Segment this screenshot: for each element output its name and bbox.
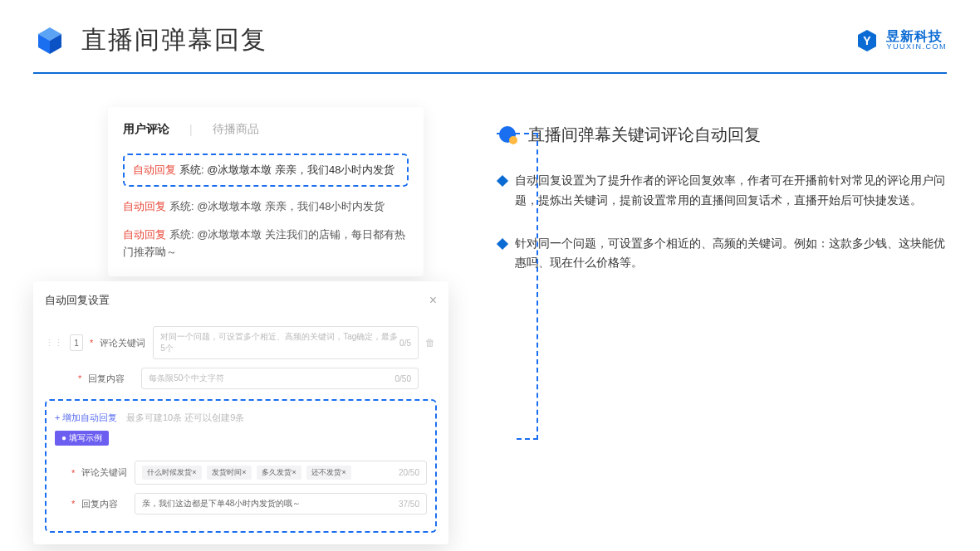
char-count: 20/50	[399, 468, 419, 477]
required-star: *	[71, 468, 75, 478]
required-star: *	[90, 338, 93, 348]
keyword-tag[interactable]: 多久发货×	[257, 466, 301, 480]
connector-line	[537, 133, 538, 440]
trash-icon[interactable]: 🗑	[425, 337, 437, 349]
comments-panel: 用户评论 | 待播商品 自动回复系统: @冰墩墩本墩 亲亲，我们48小时内发货 …	[108, 107, 424, 276]
screenshot-column: 用户评论 | 待播商品 自动回复系统: @冰墩墩本墩 亲亲，我们48小时内发货 …	[33, 107, 448, 505]
auto-reply-label: 自动回复	[133, 163, 176, 176]
placeholder-text: 每条限50个中文字符	[149, 373, 224, 384]
content-label: 回复内容	[88, 373, 135, 385]
highlighted-comment: 自动回复系统: @冰墩墩本墩 亲亲，我们48小时内发货	[123, 154, 409, 187]
keyword-tag[interactable]: 发货时间×	[207, 466, 251, 480]
brand-name-cn: 昱新科技	[886, 30, 947, 43]
input-value: 亲，我们这边都是下单48小时内发货的哦～	[142, 498, 301, 510]
keyword-tag[interactable]: 还不发货×	[306, 466, 350, 480]
drag-handle-icon[interactable]: ⋮⋮	[45, 338, 63, 349]
diamond-bullet-icon	[497, 175, 508, 187]
brand-icon: Y	[855, 28, 880, 53]
row-number: 1	[70, 334, 83, 351]
comment-row: 自动回复系统: @冰墩墩本墩 亲亲，我们48小时内发货	[123, 198, 409, 216]
char-count: 37/50	[399, 500, 419, 509]
bullet-point: 针对同一个问题，可设置多个相近的、高频的关键词。例如：这款多少钱、这块能优惠吗、…	[498, 234, 947, 274]
brand-logo: Y 昱新科技 YUUXIN.COM	[855, 28, 947, 53]
section-title: 直播间弹幕关键词评论自动回复	[528, 124, 761, 146]
description-column: 直播间弹幕关键词评论自动回复 自动回复设置为了提升作者的评论回复效率，作者可在开…	[498, 107, 947, 505]
page-header: 直播间弹幕回复 Y 昱新科技 YUUXIN.COM	[0, 0, 980, 57]
char-count: 0/50	[395, 374, 411, 383]
content-input[interactable]: 每条限50个中文字符 0/50	[141, 368, 419, 389]
modal-title: 自动回复设置	[45, 293, 110, 308]
diamond-bullet-icon	[497, 238, 508, 250]
tab-user-comments[interactable]: 用户评论	[123, 122, 169, 137]
comment-text: 系统: @冰墩墩本墩 亲亲，我们48小时内发货	[179, 163, 395, 176]
auto-reply-label: 自动回复	[123, 200, 166, 212]
bullet-text: 针对同一个问题，可设置多个相近的、高频的关键词。例如：这款多少钱、这块能优惠吗、…	[515, 234, 947, 274]
connector-line	[517, 438, 538, 440]
auto-reply-label: 自动回复	[123, 228, 166, 241]
auto-reply-settings-modal: 自动回复设置 × ⋮⋮ 1 * 评论关键词 对同一个问题，可设置多个相近、高频的…	[33, 281, 448, 544]
example-badge: ● 填写示例	[55, 431, 109, 446]
content-row: * 回复内容 每条限50个中文字符 0/50	[45, 368, 437, 389]
tab-divider: |	[189, 123, 193, 136]
char-count: 0/5	[399, 339, 411, 348]
header-left: 直播间弹幕回复	[33, 23, 267, 57]
svg-point-5	[509, 136, 517, 144]
bullet-point: 自动回复设置为了提升作者的评论回复效率，作者可在开播前针对常见的评论用户问题，提…	[498, 171, 947, 211]
close-icon[interactable]: ×	[429, 293, 437, 308]
tag-container: 什么时候发货× 发货时间× 多久发货× 还不发货×	[142, 466, 354, 480]
tab-pending-goods[interactable]: 待播商品	[213, 122, 259, 137]
add-auto-reply-link[interactable]: + 增加自动回复	[55, 412, 117, 422]
blob-icon	[498, 125, 518, 145]
bullet-text: 自动回复设置为了提升作者的评论回复效率，作者可在开播前针对常见的评论用户问题，提…	[515, 171, 947, 211]
keyword-tag[interactable]: 什么时候发货×	[142, 466, 201, 480]
example-section: + 增加自动回复 最多可建10条 还可以创建9条 ● 填写示例 * 评论关键词 …	[45, 399, 437, 533]
add-hint: 最多可建10条 还可以创建9条	[126, 412, 244, 422]
comment-row: 自动回复系统: @冰墩墩本墩 关注我们的店铺，每日都有热门推荐呦～	[123, 227, 409, 261]
comment-text: 系统: @冰墩墩本墩 亲亲，我们48小时内发货	[169, 200, 385, 212]
brand-name-en: YUUXIN.COM	[886, 43, 947, 51]
keyword-label: 评论关键词	[100, 337, 146, 349]
required-star: *	[71, 499, 75, 509]
keyword-row: ⋮⋮ 1 * 评论关键词 对同一个问题，可设置多个相近、高频的关键词，Tag确定…	[45, 326, 437, 359]
required-star: *	[78, 373, 81, 383]
cube-icon	[33, 24, 66, 57]
keyword-input[interactable]: 对同一个问题，可设置多个相近、高频的关键词，Tag确定，最多5个 0/5	[153, 326, 419, 359]
example-content-row: * 回复内容 亲，我们这边都是下单48小时内发货的哦～ 37/50	[55, 493, 427, 514]
svg-text:Y: Y	[864, 34, 872, 47]
example-keyword-row: * 评论关键词 什么时候发货× 发货时间× 多久发货× 还不发货× 20/50	[55, 461, 427, 485]
page-title: 直播间弹幕回复	[81, 23, 267, 57]
example-keyword-input[interactable]: 什么时候发货× 发货时间× 多久发货× 还不发货× 20/50	[135, 461, 427, 485]
example-content-input[interactable]: 亲，我们这边都是下单48小时内发货的哦～ 37/50	[135, 493, 427, 514]
keyword-label: 评论关键词	[81, 466, 128, 479]
placeholder-text: 对同一个问题，可设置多个相近、高频的关键词，Tag确定，最多5个	[160, 331, 399, 354]
content-label: 回复内容	[81, 498, 128, 510]
